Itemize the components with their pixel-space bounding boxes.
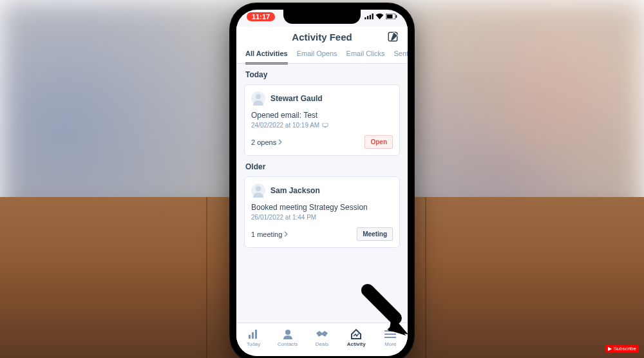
open-action-button[interactable]: Open bbox=[365, 135, 393, 149]
bar-chart-icon bbox=[247, 328, 260, 340]
youtube-subscribe-badge: ▶ Subscribe bbox=[605, 344, 639, 353]
tab-all-activities[interactable]: All Activities bbox=[245, 50, 288, 64]
wifi-icon bbox=[375, 14, 384, 19]
device-icon bbox=[322, 123, 328, 128]
svg-rect-0 bbox=[365, 17, 366, 19]
nav-deals[interactable]: Deals bbox=[305, 328, 339, 347]
nav-today[interactable]: Today bbox=[236, 328, 270, 347]
svg-rect-11 bbox=[252, 332, 254, 339]
svg-rect-5 bbox=[387, 15, 393, 19]
svg-rect-8 bbox=[323, 123, 328, 127]
activity-description: Booked meeting Strategy Session bbox=[251, 203, 393, 212]
activity-card[interactable]: Stewart Gauld Opened email: Test 24/02/2… bbox=[244, 84, 400, 156]
meeting-count-link[interactable]: 1 meeting bbox=[251, 231, 288, 238]
chevron-right-icon bbox=[278, 139, 282, 145]
opens-count-link[interactable]: 2 opens bbox=[251, 138, 282, 146]
bottom-nav: Today Contacts Deals Activity bbox=[236, 323, 408, 356]
filter-tabs: All Activities Email Opens Email Clicks … bbox=[244, 46, 400, 64]
battery-icon bbox=[386, 14, 397, 19]
phone-device-frame: 11:17 Activity Feed All Activities Email… bbox=[229, 3, 415, 358]
section-label-today: Today bbox=[244, 64, 400, 84]
avatar bbox=[251, 91, 265, 106]
svg-rect-10 bbox=[249, 335, 251, 339]
phone-notch bbox=[283, 10, 361, 24]
house-activity-icon bbox=[350, 328, 363, 340]
svg-rect-9 bbox=[325, 127, 327, 127]
contact-name: Stewart Gauld bbox=[270, 94, 323, 103]
phone-screen: 11:17 Activity Feed All Activities Email… bbox=[236, 10, 408, 356]
svg-rect-3 bbox=[372, 14, 374, 19]
activity-card[interactable]: Sam Jackson Booked meeting Strategy Sess… bbox=[244, 176, 400, 248]
svg-rect-2 bbox=[370, 15, 371, 19]
app-header: Activity Feed All Activities Email Opens… bbox=[236, 26, 408, 64]
person-icon bbox=[281, 328, 294, 340]
svg-rect-15 bbox=[384, 334, 396, 335]
avatar bbox=[251, 184, 265, 198]
nav-contacts[interactable]: Contacts bbox=[270, 328, 305, 347]
tab-email-clicks[interactable]: Email Clicks bbox=[346, 50, 385, 64]
svg-rect-12 bbox=[255, 330, 257, 339]
feed-content: Today Stewart Gauld Opened email: Test 2… bbox=[236, 64, 408, 248]
nav-more[interactable]: More bbox=[374, 328, 408, 347]
svg-rect-1 bbox=[367, 16, 368, 19]
activity-timestamp: 26/01/2022 at 1:44 PM bbox=[251, 214, 393, 221]
svg-rect-6 bbox=[396, 15, 397, 18]
nav-activity[interactable]: Activity bbox=[339, 328, 374, 347]
tab-sent-email[interactable]: Sent Emai bbox=[394, 50, 408, 64]
chevron-right-icon bbox=[283, 231, 288, 237]
compose-button[interactable] bbox=[386, 30, 400, 44]
handshake-icon bbox=[316, 328, 328, 340]
compose-icon bbox=[387, 31, 399, 42]
meeting-action-button[interactable]: Meeting bbox=[357, 227, 393, 241]
signal-icon bbox=[365, 14, 374, 19]
contact-name: Sam Jackson bbox=[270, 186, 320, 195]
section-label-older: Older bbox=[244, 156, 400, 176]
activity-description: Opened email: Test bbox=[251, 111, 393, 120]
tab-email-opens[interactable]: Email Opens bbox=[297, 50, 337, 64]
status-time-recording-pill: 11:17 bbox=[247, 12, 275, 21]
status-icons bbox=[365, 14, 397, 19]
svg-rect-14 bbox=[384, 330, 396, 332]
page-title: Activity Feed bbox=[292, 32, 352, 42]
menu-icon bbox=[384, 328, 397, 340]
activity-timestamp: 24/02/2022 at 10:19 AM bbox=[251, 122, 393, 129]
svg-point-13 bbox=[285, 330, 290, 335]
svg-rect-16 bbox=[384, 337, 396, 338]
